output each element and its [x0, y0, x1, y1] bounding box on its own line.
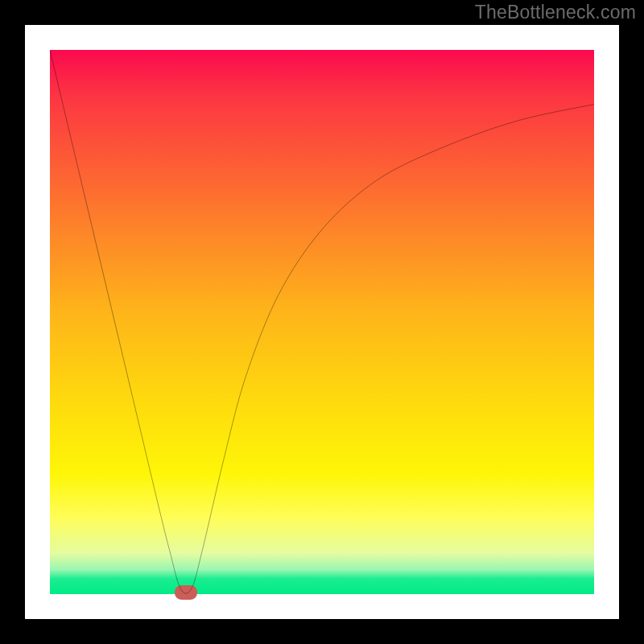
curve-path — [50, 50, 594, 593]
watermark-text: TheBottleneck.com — [475, 2, 636, 23]
bottleneck-curve — [50, 50, 594, 594]
chart-container: TheBottleneck.com — [0, 0, 644, 644]
